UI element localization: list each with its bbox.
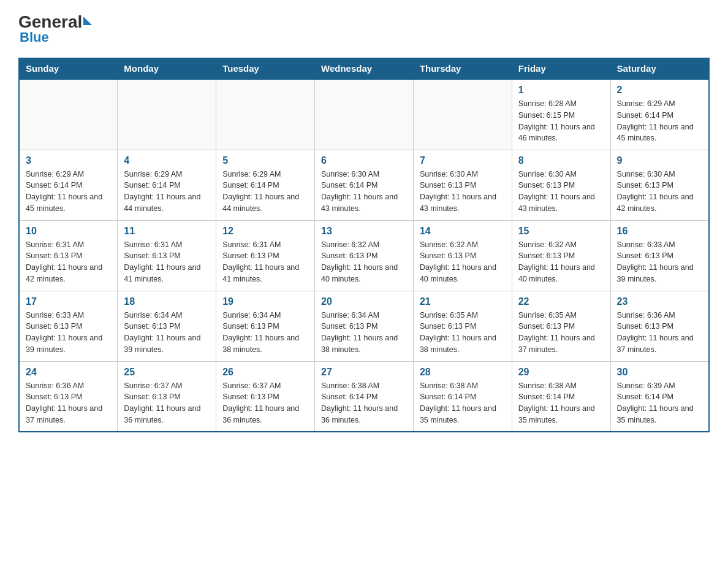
day-number: 21 (420, 296, 506, 307)
sun-info: Sunrise: 6:31 AM Sunset: 6:13 PM Dayligh… (222, 239, 308, 285)
calendar-cell: 7Sunrise: 6:30 AM Sunset: 6:13 PM Daylig… (413, 150, 512, 220)
day-number: 30 (617, 367, 702, 378)
calendar-cell: 11Sunrise: 6:31 AM Sunset: 6:13 PM Dayli… (118, 220, 216, 291)
calendar-cell: 27Sunrise: 6:38 AM Sunset: 6:14 PM Dayli… (315, 361, 414, 432)
calendar-cell: 30Sunrise: 6:39 AM Sunset: 6:14 PM Dayli… (610, 361, 709, 432)
day-number: 1 (518, 85, 604, 96)
day-number: 29 (518, 367, 604, 378)
day-header-monday: Monday (118, 58, 216, 80)
calendar-cell: 17Sunrise: 6:33 AM Sunset: 6:13 PM Dayli… (19, 291, 118, 361)
calendar-cell: 25Sunrise: 6:37 AM Sunset: 6:13 PM Dayli… (118, 361, 216, 432)
sun-info: Sunrise: 6:29 AM Sunset: 6:14 PM Dayligh… (26, 169, 111, 215)
day-number: 8 (518, 155, 604, 166)
day-number: 19 (222, 296, 308, 307)
day-number: 28 (420, 367, 506, 378)
calendar-cell: 24Sunrise: 6:36 AM Sunset: 6:13 PM Dayli… (19, 361, 118, 432)
day-number: 18 (124, 296, 210, 307)
header-row: SundayMondayTuesdayWednesdayThursdayFrid… (19, 58, 709, 80)
day-number: 23 (617, 296, 702, 307)
week-row-5: 24Sunrise: 6:36 AM Sunset: 6:13 PM Dayli… (19, 361, 709, 432)
day-number: 15 (518, 226, 604, 237)
sun-info: Sunrise: 6:35 AM Sunset: 6:13 PM Dayligh… (420, 310, 506, 356)
sun-info: Sunrise: 6:37 AM Sunset: 6:13 PM Dayligh… (222, 380, 308, 426)
calendar-cell (413, 79, 512, 150)
calendar-cell: 4Sunrise: 6:29 AM Sunset: 6:14 PM Daylig… (118, 150, 216, 220)
sun-info: Sunrise: 6:38 AM Sunset: 6:14 PM Dayligh… (420, 380, 506, 426)
day-number: 6 (321, 155, 407, 166)
sun-info: Sunrise: 6:31 AM Sunset: 6:13 PM Dayligh… (26, 239, 111, 285)
sun-info: Sunrise: 6:37 AM Sunset: 6:13 PM Dayligh… (124, 380, 210, 426)
sun-info: Sunrise: 6:29 AM Sunset: 6:14 PM Dayligh… (617, 98, 702, 144)
week-row-2: 3Sunrise: 6:29 AM Sunset: 6:14 PM Daylig… (19, 150, 709, 220)
week-row-1: 1Sunrise: 6:28 AM Sunset: 6:15 PM Daylig… (19, 79, 709, 150)
day-number: 25 (124, 367, 210, 378)
day-number: 14 (420, 226, 506, 237)
day-header-friday: Friday (512, 58, 610, 80)
day-number: 20 (321, 296, 407, 307)
day-number: 9 (617, 155, 702, 166)
sun-info: Sunrise: 6:29 AM Sunset: 6:14 PM Dayligh… (222, 169, 308, 215)
calendar-cell (118, 79, 216, 150)
page-header: General Blue (18, 12, 710, 45)
calendar-cell: 10Sunrise: 6:31 AM Sunset: 6:13 PM Dayli… (19, 220, 118, 291)
calendar-cell: 13Sunrise: 6:32 AM Sunset: 6:13 PM Dayli… (315, 220, 414, 291)
sun-info: Sunrise: 6:30 AM Sunset: 6:14 PM Dayligh… (321, 169, 407, 215)
day-number: 12 (222, 226, 308, 237)
calendar-cell: 28Sunrise: 6:38 AM Sunset: 6:14 PM Dayli… (413, 361, 512, 432)
calendar-cell (216, 79, 315, 150)
sun-info: Sunrise: 6:34 AM Sunset: 6:13 PM Dayligh… (222, 310, 308, 356)
day-number: 27 (321, 367, 407, 378)
week-row-3: 10Sunrise: 6:31 AM Sunset: 6:13 PM Dayli… (19, 220, 709, 291)
day-header-sunday: Sunday (19, 58, 118, 80)
sun-info: Sunrise: 6:30 AM Sunset: 6:13 PM Dayligh… (518, 169, 604, 215)
logo: General Blue (18, 12, 92, 45)
day-number: 11 (124, 226, 210, 237)
calendar-cell: 18Sunrise: 6:34 AM Sunset: 6:13 PM Dayli… (118, 291, 216, 361)
calendar-cell: 15Sunrise: 6:32 AM Sunset: 6:13 PM Dayli… (512, 220, 610, 291)
day-number: 17 (26, 296, 111, 307)
calendar-cell (19, 79, 118, 150)
sun-info: Sunrise: 6:33 AM Sunset: 6:13 PM Dayligh… (617, 239, 702, 285)
calendar-cell: 19Sunrise: 6:34 AM Sunset: 6:13 PM Dayli… (216, 291, 315, 361)
sun-info: Sunrise: 6:33 AM Sunset: 6:13 PM Dayligh… (26, 310, 111, 356)
day-number: 13 (321, 226, 407, 237)
day-number: 4 (124, 155, 210, 166)
day-number: 10 (26, 226, 111, 237)
calendar-cell: 23Sunrise: 6:36 AM Sunset: 6:13 PM Dayli… (610, 291, 709, 361)
sun-info: Sunrise: 6:32 AM Sunset: 6:13 PM Dayligh… (518, 239, 604, 285)
calendar-cell: 22Sunrise: 6:35 AM Sunset: 6:13 PM Dayli… (512, 291, 610, 361)
sun-info: Sunrise: 6:32 AM Sunset: 6:13 PM Dayligh… (321, 239, 407, 285)
calendar-cell: 21Sunrise: 6:35 AM Sunset: 6:13 PM Dayli… (413, 291, 512, 361)
sun-info: Sunrise: 6:38 AM Sunset: 6:14 PM Dayligh… (518, 380, 604, 426)
calendar-cell: 6Sunrise: 6:30 AM Sunset: 6:14 PM Daylig… (315, 150, 414, 220)
sun-info: Sunrise: 6:28 AM Sunset: 6:15 PM Dayligh… (518, 98, 604, 144)
calendar-cell: 5Sunrise: 6:29 AM Sunset: 6:14 PM Daylig… (216, 150, 315, 220)
logo-blue: Blue (20, 29, 49, 45)
week-row-4: 17Sunrise: 6:33 AM Sunset: 6:13 PM Dayli… (19, 291, 709, 361)
calendar-cell: 14Sunrise: 6:32 AM Sunset: 6:13 PM Dayli… (413, 220, 512, 291)
sun-info: Sunrise: 6:36 AM Sunset: 6:13 PM Dayligh… (26, 380, 111, 426)
calendar-cell: 2Sunrise: 6:29 AM Sunset: 6:14 PM Daylig… (610, 79, 709, 150)
day-number: 2 (617, 85, 702, 96)
day-number: 16 (617, 226, 702, 237)
day-number: 22 (518, 296, 604, 307)
sun-info: Sunrise: 6:30 AM Sunset: 6:13 PM Dayligh… (420, 169, 506, 215)
calendar-cell: 16Sunrise: 6:33 AM Sunset: 6:13 PM Dayli… (610, 220, 709, 291)
day-number: 26 (222, 367, 308, 378)
calendar-cell: 26Sunrise: 6:37 AM Sunset: 6:13 PM Dayli… (216, 361, 315, 432)
sun-info: Sunrise: 6:31 AM Sunset: 6:13 PM Dayligh… (124, 239, 210, 285)
calendar-cell: 3Sunrise: 6:29 AM Sunset: 6:14 PM Daylig… (19, 150, 118, 220)
sun-info: Sunrise: 6:30 AM Sunset: 6:13 PM Dayligh… (617, 169, 702, 215)
day-number: 7 (420, 155, 506, 166)
day-number: 5 (222, 155, 308, 166)
sun-info: Sunrise: 6:35 AM Sunset: 6:13 PM Dayligh… (518, 310, 604, 356)
sun-info: Sunrise: 6:39 AM Sunset: 6:14 PM Dayligh… (617, 380, 702, 426)
day-number: 24 (26, 367, 111, 378)
sun-info: Sunrise: 6:36 AM Sunset: 6:13 PM Dayligh… (617, 310, 702, 356)
logo-arrow-icon (83, 17, 92, 25)
day-header-wednesday: Wednesday (315, 58, 414, 80)
sun-info: Sunrise: 6:34 AM Sunset: 6:13 PM Dayligh… (321, 310, 407, 356)
calendar-cell: 9Sunrise: 6:30 AM Sunset: 6:13 PM Daylig… (610, 150, 709, 220)
sun-info: Sunrise: 6:34 AM Sunset: 6:13 PM Dayligh… (124, 310, 210, 356)
calendar-cell: 20Sunrise: 6:34 AM Sunset: 6:13 PM Dayli… (315, 291, 414, 361)
